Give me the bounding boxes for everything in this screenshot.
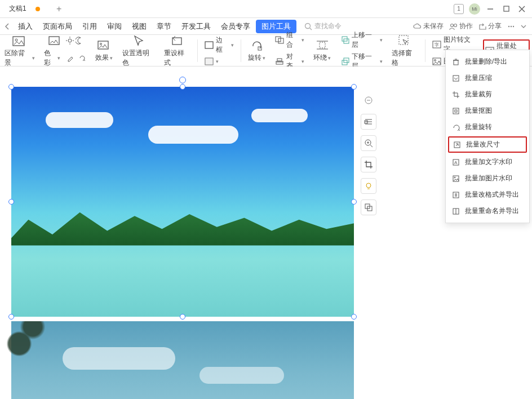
search-placeholder: 查找命令 bbox=[314, 21, 342, 31]
layout-button[interactable] bbox=[361, 114, 376, 130]
tool-shading[interactable]: ▾ bbox=[205, 57, 234, 66]
effect-icon bbox=[95, 38, 113, 52]
crop-button[interactable] bbox=[361, 157, 376, 172]
svg-rect-1 bbox=[504, 6, 509, 11]
svg-rect-29 bbox=[277, 59, 282, 61]
menu-reference[interactable]: 引用 bbox=[78, 19, 101, 34]
menu-dev[interactable]: 开发工具 bbox=[177, 19, 215, 34]
batch-item-crop[interactable]: 批量裁剪 bbox=[446, 86, 529, 103]
wrap-icon bbox=[313, 38, 331, 52]
zoom-out-button[interactable] bbox=[361, 92, 376, 108]
compress-icon bbox=[451, 74, 460, 83]
menu-insert[interactable]: 插入 bbox=[14, 19, 37, 34]
search-icon bbox=[304, 23, 312, 30]
batch-item-format[interactable]: 批量改格式并导出 bbox=[446, 187, 529, 203]
close-button[interactable] bbox=[514, 1, 530, 17]
menu-section[interactable]: 章节 bbox=[152, 19, 176, 34]
svg-text:A: A bbox=[454, 160, 458, 165]
tool-select-pane[interactable]: 选择窗格 bbox=[389, 34, 420, 68]
svg-line-5 bbox=[310, 28, 312, 30]
rotate-handle[interactable] bbox=[179, 77, 186, 83]
select-pane-icon bbox=[396, 34, 414, 47]
tool-up-layer[interactable]: 上移一层▾ bbox=[340, 30, 383, 50]
batch-item-imgwm[interactable]: 批量加图片水印 bbox=[446, 170, 529, 187]
tool-reset[interactable]: 重设样式 bbox=[162, 34, 193, 68]
document-tab[interactable]: 文稿1 bbox=[2, 1, 47, 17]
svg-text:字: 字 bbox=[435, 42, 439, 47]
color-icon bbox=[46, 34, 64, 47]
transparent-icon bbox=[130, 34, 148, 47]
right-actions: 未保存 协作 分享 bbox=[413, 21, 530, 31]
textwm-icon: A bbox=[451, 158, 460, 167]
handle-tr[interactable] bbox=[351, 84, 357, 90]
collab-action[interactable]: 协作 bbox=[449, 21, 473, 31]
chevron-down-action[interactable] bbox=[521, 24, 526, 29]
menu-view[interactable]: 视图 bbox=[127, 19, 151, 34]
batch-item-cutout[interactable]: 批量抠图 bbox=[446, 103, 529, 119]
svg-rect-31 bbox=[320, 42, 325, 48]
batch-item-compress[interactable]: 批量压缩 bbox=[446, 70, 529, 86]
tool-wrap[interactable]: 环绕▾ bbox=[311, 38, 334, 63]
idea-button[interactable] bbox=[361, 178, 376, 194]
svg-line-65 bbox=[370, 145, 373, 147]
batch-item-rename[interactable]: 批量重命名并导出 bbox=[446, 203, 529, 219]
svg-point-7 bbox=[454, 24, 457, 26]
more-action[interactable] bbox=[507, 23, 515, 30]
svg-rect-22 bbox=[205, 42, 213, 48]
tool-border[interactable]: 边框▾ bbox=[205, 36, 234, 55]
tool-color[interactable]: 色彩▾ bbox=[42, 34, 88, 68]
menu-layout[interactable]: 页面布局 bbox=[38, 19, 77, 34]
svg-point-8 bbox=[508, 25, 509, 26]
share-icon bbox=[478, 23, 487, 30]
svg-rect-47 bbox=[453, 76, 459, 81]
user-avatar[interactable]: Mi bbox=[467, 1, 482, 17]
svg-point-10 bbox=[513, 25, 514, 26]
handle-bl[interactable] bbox=[8, 314, 14, 320]
ocr-icon: 字 bbox=[432, 40, 441, 49]
handle-br[interactable] bbox=[351, 314, 357, 320]
handle-mr[interactable] bbox=[351, 199, 357, 205]
menu-review[interactable]: 审阅 bbox=[103, 19, 126, 34]
maximize-button[interactable] bbox=[498, 1, 514, 17]
convert-button[interactable] bbox=[361, 200, 376, 215]
tool-transparent[interactable]: 设置透明色 bbox=[120, 34, 158, 68]
add-tab-button[interactable]: + bbox=[51, 1, 67, 17]
refresh-icon bbox=[78, 54, 86, 62]
tool-effect[interactable]: 效果▾ bbox=[93, 38, 116, 63]
svg-rect-44 bbox=[454, 60, 458, 65]
titlebar: 文稿1 + 1 Mi bbox=[0, 0, 532, 18]
resize-icon bbox=[453, 140, 462, 149]
svg-point-54 bbox=[454, 177, 455, 178]
rotate-icon bbox=[248, 38, 266, 52]
svg-rect-49 bbox=[455, 110, 457, 112]
doc-badge[interactable]: 1 bbox=[451, 1, 467, 17]
svg-rect-48 bbox=[453, 108, 459, 114]
tool-combine[interactable]: 组合▾ bbox=[275, 30, 304, 50]
batch-item-rotate[interactable]: 批量旋转 bbox=[446, 119, 529, 135]
handle-tc[interactable] bbox=[180, 84, 185, 90]
handle-ml[interactable] bbox=[8, 199, 14, 205]
tool-rotate[interactable]: 旋转▾ bbox=[246, 38, 268, 63]
menu-chevron-left-icon[interactable] bbox=[2, 23, 12, 30]
second-image[interactable] bbox=[11, 321, 354, 399]
svg-point-14 bbox=[68, 39, 72, 42]
handle-tl[interactable] bbox=[8, 84, 14, 90]
zoom-in-button[interactable] bbox=[361, 135, 376, 151]
batch-item-delete[interactable]: 批量删除/导出 bbox=[446, 54, 529, 70]
tool-remove-bg[interactable]: 区除背景▾ bbox=[2, 34, 37, 68]
share-action[interactable]: 分享 bbox=[478, 21, 502, 31]
unsaved-action[interactable]: 未保存 bbox=[413, 21, 444, 31]
menu-member[interactable]: 会员专享 bbox=[216, 19, 255, 34]
minimize-button[interactable] bbox=[482, 1, 498, 17]
selected-image[interactable] bbox=[11, 87, 354, 317]
floating-tools bbox=[361, 92, 376, 215]
svg-rect-24 bbox=[205, 58, 213, 65]
svg-point-6 bbox=[451, 24, 454, 26]
badge-number: 1 bbox=[454, 4, 464, 14]
command-search[interactable]: 查找命令 bbox=[304, 21, 342, 31]
handle-bc[interactable] bbox=[180, 314, 185, 320]
delete-icon bbox=[451, 57, 460, 66]
batch-item-resize[interactable]: 批量改尺寸 bbox=[448, 136, 527, 153]
remove-bg-icon bbox=[11, 34, 29, 47]
batch-item-textwm[interactable]: A批量加文字水印 bbox=[446, 154, 529, 170]
